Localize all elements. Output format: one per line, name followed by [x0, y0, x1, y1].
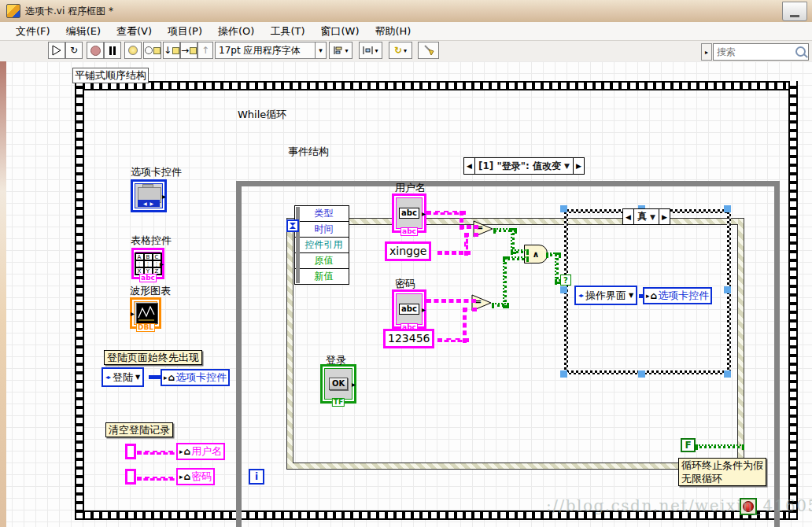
username-value-constant[interactable]: xingge [385, 241, 431, 261]
username-terminal-label: 用户名 [395, 181, 426, 195]
case-next-arrow[interactable]: ▶ [659, 209, 670, 224]
highlight-execution-button[interactable] [124, 42, 142, 59]
tab-control-terminal[interactable]: ◀ ▶ ▸ [131, 179, 167, 212]
username-local-variable[interactable]: ▸ ⌂ 用户名 [176, 443, 225, 460]
iteration-terminal[interactable]: i [249, 469, 264, 485]
password-terminal[interactable]: abc ▸ abc [392, 289, 426, 329]
menu-operate[interactable]: 操作(O) [210, 23, 262, 40]
run-button[interactable] [48, 42, 65, 59]
login-enum-constant[interactable]: ◂▸ 登陆 ▼ [102, 367, 144, 387]
step-out-button[interactable]: ↑ [197, 42, 213, 59]
event-item-type[interactable]: 类型 [315, 207, 334, 220]
string-wire [426, 299, 476, 303]
event-item-newval[interactable]: 新值 [315, 270, 334, 283]
abort-icon [90, 46, 101, 56]
run-continuous-button[interactable]: ↻ [65, 42, 83, 59]
waveform-plot-icon [136, 303, 158, 324]
house-icon: ⌂ [184, 448, 191, 455]
password-value-constant[interactable]: 123456 [383, 329, 434, 348]
step-into-button[interactable]: ↓ [163, 42, 180, 59]
selection-handle[interactable] [724, 370, 731, 378]
retain-wire-values-button[interactable] [143, 42, 161, 59]
boolean-wire [696, 444, 744, 448]
case-selector-dropdown-icon[interactable]: ▼ [650, 213, 655, 221]
sequence-border-left[interactable] [75, 81, 84, 520]
waveform-chart-terminal[interactable]: ▸ DBL [130, 297, 161, 329]
event-next-arrow[interactable]: ▶ [573, 158, 584, 174]
font-selector-dropdown[interactable]: ▾ [315, 42, 327, 59]
sequence-border-right[interactable] [788, 81, 798, 520]
tab-control-local-variable[interactable]: ▸ ⌂ 选项卡控件 [161, 369, 230, 386]
distribute-objects-button[interactable]: ▾ [359, 42, 382, 59]
selection-handle[interactable] [560, 286, 567, 293]
and-node[interactable]: ∧ [524, 245, 548, 264]
selection-handle[interactable] [724, 286, 731, 293]
abort-button[interactable] [87, 42, 104, 59]
search-input[interactable] [715, 45, 794, 59]
username-terminal[interactable]: abc ▸ abc [392, 193, 426, 233]
menu-bar: 文件(F) 编辑(E) 查看(V) 项目(P) 操作(O) 工具(T) 窗口(W… [0, 22, 812, 41]
ui-enum-value: 操作界面 [585, 289, 626, 303]
event-structure-border[interactable] [286, 218, 744, 470]
table-grid-icon: ABC ⋮⋮⋮ XYZ [135, 252, 162, 275]
menu-window[interactable]: 窗口(W) [313, 23, 367, 40]
comment-clear-login: 清空登陆记录 [105, 422, 173, 437]
event-item-ctlref[interactable]: 控件引用 [305, 238, 343, 252]
broom-icon [423, 44, 435, 57]
login-button-label: 登录 [326, 353, 346, 367]
output-arrow-icon: ▸ [162, 192, 166, 201]
run-arrow-icon [50, 44, 63, 57]
case-border-bottom[interactable] [564, 370, 731, 374]
login-button-terminal[interactable]: OK ▸ TF [320, 364, 356, 404]
empty-string-constant-2[interactable] [125, 469, 136, 485]
event-selector-dropdown-icon[interactable]: ▼ [564, 162, 570, 170]
cleanup-diagram-button[interactable] [418, 42, 439, 59]
selection-handle[interactable] [638, 370, 645, 378]
case-prev-arrow[interactable]: ◀ [623, 209, 634, 224]
step-over-button[interactable]: → [180, 42, 197, 59]
event-item-time[interactable]: 时间 [315, 223, 334, 236]
string-glyph: abc [399, 208, 419, 219]
selection-handle[interactable] [560, 205, 567, 212]
font-selector-value: 17pt 应用程序字体 [219, 44, 300, 57]
table-control-terminal[interactable]: ABC ⋮⋮⋮ XYZ ▸ abc [131, 248, 164, 279]
event-timeout-terminal[interactable] [286, 219, 299, 232]
enum-dropdown-icon: ▼ [135, 374, 140, 381]
equal-node-password[interactable]: = [471, 294, 493, 315]
event-prev-arrow[interactable]: ◀ [464, 158, 475, 174]
search-icon [795, 46, 806, 57]
tab-control-terminal-label: 选项卡控件 [131, 165, 182, 179]
pause-button[interactable] [104, 42, 121, 59]
search-expander[interactable]: ▸ [701, 43, 712, 61]
menu-view[interactable]: 查看(V) [109, 23, 160, 40]
case-selector-terminal[interactable]: ? [560, 275, 571, 286]
align-objects-button[interactable]: ▾ [329, 42, 352, 59]
empty-string-constant-1[interactable] [125, 444, 136, 459]
menu-tools[interactable]: 工具(T) [262, 23, 312, 40]
reorder-icon: ↻ [394, 45, 402, 56]
menu-file[interactable]: 文件(F) [8, 23, 58, 40]
ui-enum-constant[interactable]: ◂▸ 操作界面 ▼ [574, 286, 637, 305]
sequence-border-top[interactable] [75, 81, 798, 90]
menu-help[interactable]: 帮助(H) [367, 23, 419, 40]
password-local-variable[interactable]: ▸ ⌂ 密码 [176, 468, 215, 485]
equal-node-username[interactable]: = [473, 220, 494, 241]
menu-project[interactable]: 项目(P) [160, 23, 210, 40]
toolbar: ↻ ↓ → ↑ 17pt 应用程序字体 ▾ [0, 41, 812, 62]
minimize-icon [790, 15, 799, 17]
selection-handle[interactable] [560, 370, 567, 378]
tab-control-local-variable-case[interactable]: ▸ ⌂ 选项卡控件 [643, 287, 712, 304]
reorder-objects-button[interactable]: ↻ ▾ [389, 42, 412, 59]
false-constant[interactable]: F [681, 438, 696, 452]
selection-handle[interactable] [724, 205, 731, 212]
font-selector[interactable]: 17pt 应用程序字体 [215, 42, 316, 59]
case-selector-label[interactable]: 真 [637, 210, 647, 223]
boolean-wire [511, 249, 529, 253]
event-data-node[interactable]: 类型 时间 控件引用 原值 新值 [294, 205, 349, 285]
ok-button-glyph: OK [329, 378, 348, 390]
retain-wire-values-icon [145, 46, 153, 54]
minimize-button[interactable] [782, 2, 807, 21]
event-item-oldval[interactable]: 原值 [315, 254, 334, 267]
event-selector-label[interactable]: [1] "登录": 值改变 [478, 160, 561, 173]
menu-edit[interactable]: 编辑(E) [58, 23, 109, 40]
